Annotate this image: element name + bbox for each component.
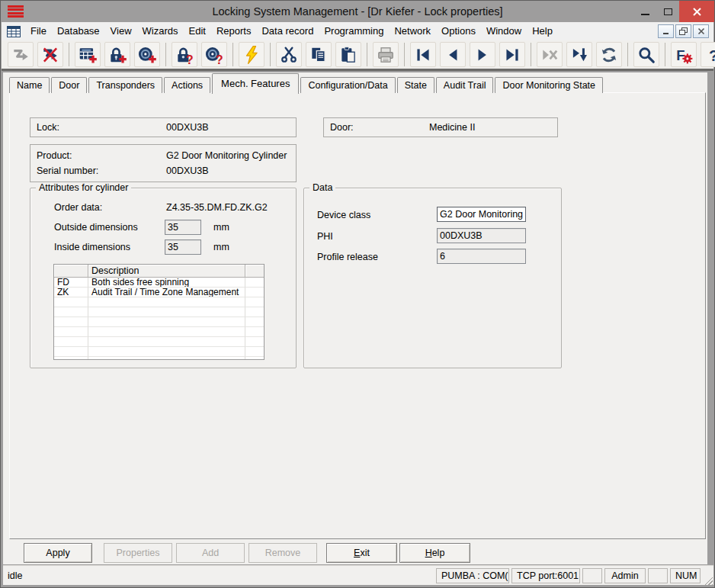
toolbar-search-button[interactable] [633,42,659,67]
menubar: File Database View Wizards Edit Reports … [2,22,713,40]
toolbar-cancel-edit-button[interactable] [537,42,563,67]
help-button[interactable]: Help [399,543,470,563]
table-row[interactable]: ZK Audit Trail / Time Zone Management [54,288,264,297]
add-button[interactable]: Add [176,543,245,563]
table-row[interactable]: FD Both sides free spinning [54,278,264,288]
document-icon[interactable] [7,26,21,37]
tab-configuration-data[interactable]: Configuration/Data [300,77,395,93]
product-field-box: Product: G2 Door Monitoring Cylinder Ser… [30,144,297,182]
table-row[interactable] [54,327,264,337]
menu-programming[interactable]: Programming [319,22,389,40]
toolbar-first-record-button[interactable] [410,42,436,67]
toolbar-read-lock-button[interactable]: ? [172,42,197,67]
refresh-icon [599,45,619,65]
table-row[interactable] [54,357,264,360]
table-header-row: Description [54,265,264,278]
toolbar-paste-button[interactable] [335,42,361,67]
menu-reports[interactable]: Reports [211,22,257,40]
attr-code-cell: FD [54,278,88,288]
status-spacer-1 [582,568,602,583]
attr-description-cell: Both sides free spinning [88,278,245,288]
log-off-icon [40,45,60,65]
toolbar-new-locking-system-button[interactable] [75,42,101,67]
menu-window[interactable]: Window [481,22,527,40]
toolbar-cut-button[interactable] [276,42,302,67]
tab-state[interactable]: State [397,77,434,93]
profile-release-label: Profile release [317,249,378,265]
maximize-button[interactable] [656,1,679,22]
tab-mech-features[interactable]: Mech. Features [212,73,299,94]
tab-door-monitoring-state[interactable]: Door Monitoring State [495,77,603,93]
filter-gear-icon: F [674,45,694,65]
inside-dimensions-input[interactable] [165,239,201,255]
door-label: Door: [330,122,429,133]
menu-database[interactable]: Database [52,22,105,40]
extra-column-header [245,265,264,278]
table-row[interactable] [54,317,264,327]
toolbar-separator [531,43,531,66]
resize-grip[interactable] [703,575,713,585]
tab-transponders[interactable]: Transponders [88,77,162,93]
code-column-header [54,265,88,278]
tab-bar: Name Door Transponders Actions Mech. Fea… [9,72,604,93]
menu-file[interactable]: File [25,22,52,40]
tab-actions[interactable]: Actions [164,77,210,93]
toolbar-separator [270,43,271,66]
menu-network[interactable]: Network [389,22,436,40]
remove-button[interactable]: Remove [248,543,317,563]
toolbar-log-off-button[interactable] [37,42,63,67]
toolbar-new-lock-button[interactable] [104,42,130,67]
menu-options[interactable]: Options [436,22,481,40]
attributes-group-title: Attributes for cylinder [36,182,131,193]
menu-view[interactable]: View [105,22,137,40]
toolbar-previous-record-button[interactable] [440,42,466,67]
phi-label: PHI [317,229,333,244]
toolbar-new-transponder-button[interactable] [134,42,160,67]
table-row[interactable] [54,297,264,307]
toolbar-print-button[interactable] [373,42,399,67]
toolbar-program-button[interactable] [239,42,265,67]
com-port-status: PUMBA : COM(*) [436,568,509,583]
print-icon [376,45,396,65]
table-row[interactable] [54,347,264,357]
apply-button[interactable]: Apply [24,543,92,563]
new-lock-icon [107,45,127,65]
outside-dimensions-input[interactable] [165,220,201,235]
toolbar-copy-button[interactable] [306,42,332,67]
toolbar-next-record-button[interactable] [470,42,495,67]
app-logo-icon[interactable] [8,5,24,18]
minimize-button[interactable] [633,1,656,22]
menu-data-record[interactable]: Data record [256,22,319,40]
toolbar-read-transponder-button[interactable]: ? [201,42,227,67]
tab-name[interactable]: Name [9,77,50,93]
table-row[interactable] [54,307,264,317]
mech-features-panel: Lock: 00DXU3B Door: Medicine II Product:… [9,92,706,539]
mdi-minimize-button[interactable] [658,24,674,38]
toolbar-help-button[interactable]: ? [701,42,715,67]
device-class-label: Device class [317,207,370,223]
exit-button[interactable]: Exit [326,543,397,563]
menu-wizards[interactable]: Wizards [137,22,184,40]
mdi-restore-icon [679,27,688,35]
toolbar-refresh-button[interactable] [596,42,622,67]
mdi-restore-button[interactable] [675,24,691,38]
mdi-close-button[interactable] [693,24,709,38]
toolbar-accept-record-button[interactable] [566,42,592,67]
profile-release-input[interactable] [437,249,526,264]
device-class-input[interactable] [437,207,526,222]
svg-text:?: ? [186,52,194,64]
toolbar-last-record-button[interactable] [499,42,525,67]
minimize-icon [641,14,649,15]
close-button[interactable] [679,1,714,22]
phi-input[interactable] [437,228,526,243]
properties-button[interactable]: Properties [104,543,172,563]
user-role-status: Admin [604,568,646,583]
toolbar-filter-button[interactable]: F [671,42,697,67]
menu-help[interactable]: Help [527,22,558,40]
toolbar-log-on-button[interactable] [8,42,34,67]
menu-edit[interactable]: Edit [184,22,211,40]
table-row[interactable] [54,337,264,347]
tab-door[interactable]: Door [51,77,87,93]
paste-icon [338,45,358,65]
tab-audit-trail[interactable]: Audit Trail [436,77,494,93]
